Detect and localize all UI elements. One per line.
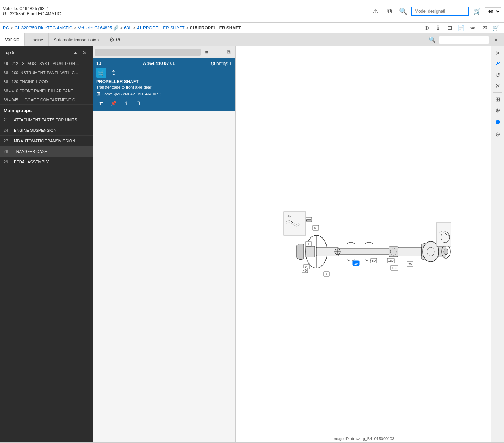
vehicle-line2: GL 320/350 BlueTEC 4MATIC — [3, 11, 61, 16]
settings-icon[interactable]: ⚙ — [109, 36, 114, 43]
part-list: 10 A 164 410 07 01 Quantity: 1 🛒 ⏱ PROPE… — [93, 58, 235, 442]
history-button[interactable]: ⏱ — [108, 68, 119, 78]
eye-icon[interactable]: 👁 — [493, 59, 503, 69]
mg-item-28[interactable]: 28 TRANSFER CASE — [0, 146, 93, 157]
tab-vehicle[interactable]: Vehicle — [0, 33, 25, 46]
top5-item[interactable]: 69 - 045 LUGGAGE COMPARTMENT C... — [0, 95, 93, 105]
toolbar-separator — [493, 127, 502, 127]
breadcrumb-vehicle[interactable]: Vehicle: C164825 🔗 — [78, 25, 119, 31]
svg-text:160: 160 — [388, 259, 393, 263]
part-pos: 10 — [96, 61, 107, 66]
part-code-line: ⊞ Code: -{M63/M642+M014/M007}; — [96, 91, 232, 97]
breadcrumb: PC > GL 320/350 BlueTEC 4MATIC > Vehicle… — [3, 25, 241, 31]
svg-rect-6 — [398, 247, 422, 256]
right-toolbar: ✕ 👁 ↺ ✕ ⊞ ⊕ ⊖ — [491, 46, 504, 442]
top5-item[interactable]: 49 - 212 EXHAUST SYSTEM USED ON ... — [0, 59, 93, 68]
history-icon[interactable]: ↺ — [493, 70, 503, 80]
part-item-selected[interactable]: 10 A 164 410 07 01 Quantity: 1 🛒 ⏱ PROPE… — [93, 58, 235, 111]
top5-item[interactable]: 88 - 120 ENGINE HOOD — [0, 77, 93, 86]
layers-icon[interactable]: ⊞ — [493, 94, 503, 104]
svg-text:40: 40 — [303, 269, 306, 272]
model-search-input[interactable] — [411, 7, 469, 16]
main-groups-list: 21 ATTACHMENT PARTS FOR UNITS 24 ENGINE … — [0, 115, 93, 442]
vehicle-info: Vehicle: C164825 (63L) GL 320/350 BlueTE… — [3, 6, 61, 16]
image-id-label: Image ID: drawing_B41015000103 — [236, 435, 491, 442]
mg-item-27[interactable]: 27 MB AUTOMATIC TRANSMISSION — [0, 136, 93, 146]
search-button[interactable]: 🔍 — [397, 5, 409, 17]
language-selector[interactable]: en de fr — [485, 7, 501, 15]
top5-header: Top 5 ▲ ✕ — [0, 46, 93, 59]
part-info-icon[interactable]: ℹ — [121, 98, 131, 108]
copy-view-icon[interactable]: ⧉ — [224, 48, 233, 57]
refresh-icon[interactable]: ↺ — [116, 36, 120, 43]
toolbar-separator — [493, 92, 502, 93]
breadcrumb-model[interactable]: GL 320/350 BlueTEC 4MATIC — [15, 25, 73, 31]
close-panel-icon[interactable]: ✕ — [493, 48, 503, 58]
diagram-svg[interactable]: 10 20 20 30 40 — [236, 46, 491, 435]
top-bar: Vehicle: C164825 (63L) GL 320/350 BlueTE… — [0, 0, 504, 23]
diagram-area: 10 20 20 30 40 — [236, 46, 491, 435]
breadcrumb-pc[interactable]: PC — [3, 25, 9, 31]
part-list-toolbar: ≡ ⛶ ⧉ — [93, 46, 235, 58]
mg-item-21[interactable]: 21 ATTACHMENT PARTS FOR UNITS — [0, 115, 93, 125]
svg-text:60: 60 — [306, 242, 310, 246]
filter-icon[interactable]: ⊟ — [444, 23, 455, 33]
top5-item[interactable]: 68 - 200 INSTRUMENT PANEL WITH G... — [0, 68, 93, 77]
doc-icon[interactable]: 📄 — [456, 23, 466, 33]
svg-rect-3 — [338, 249, 396, 255]
svg-point-11 — [444, 249, 448, 255]
part-name: PROPELLER SHAFT — [96, 79, 232, 84]
svg-text:[ clip: [ clip — [286, 215, 291, 218]
part-qty: Quantity: 1 — [211, 61, 232, 66]
tab-search-clear[interactable]: ✕ — [491, 35, 501, 45]
breadcrumb-propshaft[interactable]: 41 PROPELLER SHAFT — [137, 25, 184, 31]
top5-close-icon[interactable]: ✕ — [81, 49, 89, 57]
tab-engine[interactable]: Engine — [25, 33, 49, 46]
breadcrumb-actions: ⊕ ℹ ⊟ 📄 W! ✉ 🛒 — [421, 23, 501, 33]
part-doc-icon[interactable]: 🗒 — [133, 98, 143, 108]
top-bar-actions: ⚠ ⧉ 🔍 🛒 en de fr — [370, 5, 501, 17]
toolbar-separator — [493, 117, 502, 117]
svg-text:150: 150 — [392, 266, 397, 270]
svg-text:100: 100 — [305, 218, 311, 222]
cross-icon[interactable]: ✕ — [493, 81, 503, 91]
breadcrumb-63l[interactable]: 63L — [124, 25, 131, 31]
main-layout: Top 5 ▲ ✕ 49 - 212 EXHAUST SYSTEM USED O… — [0, 46, 504, 442]
zoom-out-icon[interactable]: ⊖ — [493, 129, 503, 139]
tab-search-icon[interactable]: 🔍 — [427, 35, 437, 45]
cart-add-icon[interactable]: 🛒 — [471, 5, 483, 17]
top5-list: 49 - 212 EXHAUST SYSTEM USED ON ... 68 -… — [0, 59, 93, 105]
zoom-in-icon[interactable]: ⊕ — [493, 105, 503, 115]
vehicle-line1: Vehicle: C164825 (63L) — [3, 6, 61, 11]
breadcrumb-current: 015 PROPELLER SHAFT — [190, 25, 241, 31]
tab-auto-transmission[interactable]: Automatic transmission — [49, 33, 104, 46]
tab-search-input[interactable] — [439, 36, 489, 44]
list-view-icon[interactable]: ≡ — [202, 48, 212, 57]
expand-view-icon[interactable]: ⛶ — [213, 48, 222, 57]
top5-collapse-icon[interactable]: ▲ — [71, 49, 79, 57]
warning-icon[interactable]: ⚠ — [370, 5, 381, 17]
copy-icon[interactable]: ⧉ — [384, 5, 395, 17]
svg-text:50: 50 — [372, 259, 375, 263]
mg-item-29[interactable]: 29 PEDAL ASSEMBLY — [0, 157, 93, 167]
add-to-cart-button[interactable]: 🛒 — [96, 68, 106, 78]
part-pin-icon[interactable]: 📌 — [108, 98, 119, 108]
mail-icon[interactable]: ✉ — [479, 23, 489, 33]
info-icon[interactable]: ℹ — [433, 23, 443, 33]
svg-text:10: 10 — [354, 262, 357, 265]
part-swap-icon[interactable]: ⇄ — [96, 98, 106, 108]
zoom-in-icon[interactable]: ⊕ — [421, 23, 431, 33]
blue-indicator[interactable] — [496, 120, 500, 124]
svg-text:20: 20 — [408, 263, 411, 266]
image-panel: 10 20 20 30 40 — [236, 46, 491, 442]
part-code: A 164 410 07 01 — [143, 61, 175, 66]
part-desc: Transfer case to front axle gear — [96, 85, 232, 89]
wis-icon[interactable]: W! — [468, 23, 478, 33]
top5-item[interactable]: 68 - 410 FRONT PANEL PILLAR PANEL... — [0, 86, 93, 95]
propeller-shaft-diagram: 10 20 20 30 40 — [276, 175, 451, 306]
cart-icon[interactable]: 🛒 — [491, 23, 501, 33]
mg-item-24[interactable]: 24 ENGINE SUSPENSION — [0, 125, 93, 136]
tab-icons-group: ⚙ ↺ — [104, 33, 126, 46]
top5-header-actions: ▲ ✕ — [71, 49, 89, 57]
content-panel: ≡ ⛶ ⧉ 10 A 164 410 07 01 Quantity: 1 🛒 ⏱ — [93, 46, 236, 442]
